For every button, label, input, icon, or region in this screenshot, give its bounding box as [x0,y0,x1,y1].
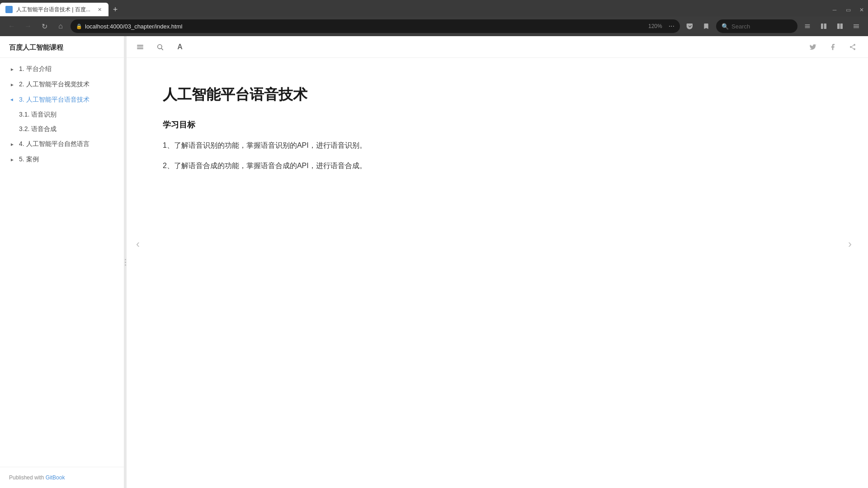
svg-line-5 [161,48,163,50]
tab-favicon [5,6,13,13]
gitbook-link[interactable]: GitBook [46,474,65,481]
svg-line-10 [852,45,854,47]
sidebar-toggle-button[interactable] [817,20,830,33]
chevron-right-icon: ► [9,141,15,147]
sidebar-item-2[interactable]: ► 2. 人工智能平台视觉技术 [0,77,124,92]
tab-bar: 人工智能平台语音技术 | 百度... ✕ + ─ ▭ ✕ [0,0,868,16]
sidebar-sub-item-3-1-label: 3.1. 语音识别 [19,111,57,119]
sidebar-navigation: ► 1. 平台介绍 ► 2. 人工智能平台视觉技术 ▼ 3. 人工智能平台语音技… [0,58,124,467]
security-icon: 🔒 [76,23,82,29]
chevron-right-icon: ► [9,66,15,72]
prev-page-button[interactable]: ‹ [129,235,147,253]
pocket-button[interactable] [684,20,696,33]
minimize-button[interactable]: ─ [828,4,841,16]
sidebar-title: 百度人工智能课程 [0,36,124,58]
content-wrapper: A 人工智能平台语音技术 学习目标 [127,36,868,488]
chevron-right-icon: ► [9,156,15,163]
sidebar-item-3[interactable]: ▼ 3. 人工智能平台语音技术 [0,92,124,108]
chevron-right-icon: ► [9,81,15,88]
window-controls: ─ ▭ ✕ [828,4,868,16]
sidebar-item-4-label: 4. 人工智能平台自然语言 [19,140,90,148]
svg-rect-1 [824,23,826,29]
share-button[interactable] [846,41,859,53]
search-icon: 🔍 [722,23,729,30]
sidebar-item-1[interactable]: ► 1. 平台介绍 [0,61,124,77]
sidebar-item-2-label: 2. 人工智能平台视觉技术 [19,80,90,89]
search-toolbar-button[interactable] [154,41,166,53]
published-with-label: Published with [9,474,46,481]
page-title: 人工智能平台语音技术 [163,85,832,105]
content-point-1: 1、了解语音识别的功能，掌握语音识别的API，进行语音识别。 [163,139,832,152]
search-input[interactable] [731,23,786,30]
forward-button[interactable]: → [22,20,34,33]
svg-rect-0 [821,23,823,29]
svg-point-6 [854,44,855,46]
sidebar-sub-item-3-2[interactable]: 3.2. 语音合成 [0,122,124,136]
tab-close-button[interactable]: ✕ [96,6,103,13]
section-heading: 学习目标 [163,119,832,130]
sidebar: 百度人工智能课程 ► 1. 平台介绍 ► 2. 人工智能平台视觉技术 ▼ 3. … [0,36,124,488]
sidebar-item-5-label: 5. 案例 [19,155,39,164]
split-view-button[interactable] [834,20,846,33]
back-button[interactable]: ← [5,20,18,33]
bookmark-button[interactable] [700,20,712,33]
sidebar-item-4[interactable]: ► 4. 人工智能平台自然语言 [0,136,124,152]
toolbar-left: A [134,41,186,53]
sidebar-sub-item-3-2-label: 3.2. 语音合成 [19,125,57,133]
next-page-button[interactable]: › [841,235,859,253]
restore-button[interactable]: ▭ [842,4,854,16]
zoom-level: 120% [645,23,666,29]
facebook-share-button[interactable] [826,41,839,53]
svg-line-9 [852,47,854,49]
content-area: 人工智能平台语音技术 学习目标 1、了解语音识别的功能，掌握语音识别的API，进… [127,58,868,488]
svg-rect-2 [837,23,840,29]
content-point-2: 2、了解语音合成的功能，掌握语音合成的API，进行语音合成。 [163,160,832,173]
address-bar[interactable]: 🔒 localhost:4000/03_chapter/index.html 1… [71,19,680,33]
reload-button[interactable]: ↻ [38,20,51,33]
menu-toolbar-button[interactable] [134,41,146,53]
main-area: 百度人工智能课程 ► 1. 平台介绍 ► 2. 人工智能平台视觉技术 ▼ 3. … [0,36,868,488]
active-tab[interactable]: 人工智能平台语音技术 | 百度... ✕ [0,3,108,16]
navigation-bar: ← → ↻ ⌂ 🔒 localhost:4000/03_chapter/inde… [0,16,868,36]
sidebar-footer: Published with GitBook [0,467,124,488]
font-toolbar-button[interactable]: A [174,41,186,53]
close-button[interactable]: ✕ [855,4,868,16]
reading-list-button[interactable] [801,20,814,33]
sidebar-item-1-label: 1. 平台介绍 [19,65,52,73]
tab-title: 人工智能平台语音技术 | 百度... [16,6,92,14]
svg-point-8 [854,48,855,50]
svg-point-4 [158,44,162,48]
svg-point-7 [850,46,852,48]
sidebar-item-5[interactable]: ► 5. 案例 [0,152,124,167]
content-toolbar: A [127,36,868,58]
sidebar-sub-item-3-1[interactable]: 3.1. 语音识别 [0,108,124,122]
resize-dots [125,259,126,266]
font-icon: A [177,43,183,51]
svg-rect-3 [840,23,843,29]
chevron-down-icon: ▼ [9,97,15,103]
hamburger-menu-button[interactable] [850,20,863,33]
new-tab-button[interactable]: + [108,3,122,16]
more-options-icon[interactable]: ··· [669,22,675,30]
twitter-share-button[interactable] [807,41,819,53]
url-text: localhost:4000/03_chapter/index.html [85,23,642,30]
search-box[interactable]: 🔍 [716,19,797,33]
home-button[interactable]: ⌂ [54,20,67,33]
sidebar-item-3-label: 3. 人工智能平台语音技术 [19,96,90,104]
toolbar-right [807,41,859,53]
